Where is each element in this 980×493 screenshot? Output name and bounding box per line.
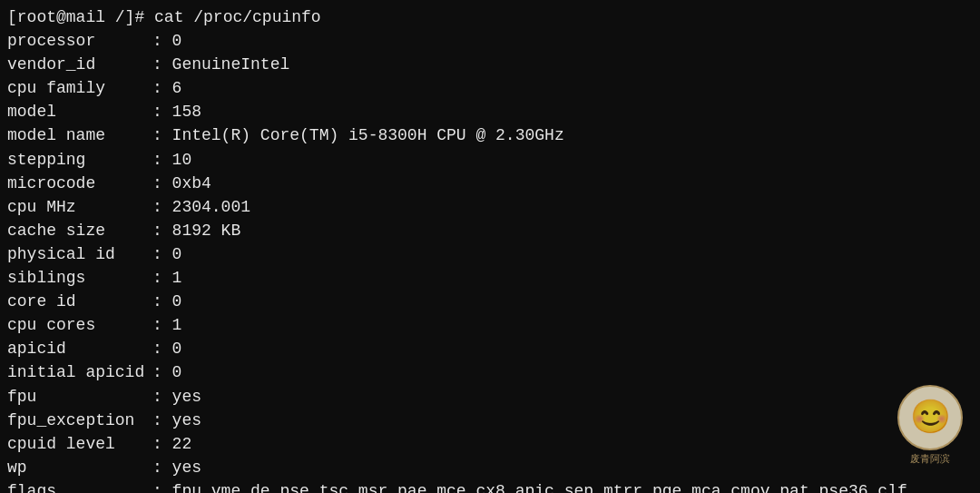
line-key: wp	[7, 456, 152, 479]
line-key: cache size	[7, 219, 152, 242]
line-value: yes	[172, 456, 201, 479]
line-sep: :	[152, 195, 172, 219]
line-sep: :	[152, 219, 172, 242]
terminal-line: stepping: 10	[7, 148, 973, 172]
line-sep: :	[152, 242, 172, 266]
line-sep: :	[152, 479, 172, 493]
line-sep: :	[152, 29, 172, 53]
line-value: 0	[172, 290, 182, 313]
line-sep: :	[152, 456, 172, 479]
line-value: 10	[172, 148, 192, 172]
line-key: processor	[7, 29, 152, 53]
line-sep: :	[152, 76, 172, 100]
terminal-line: cpuid level: 22	[7, 432, 973, 456]
line-key: flags	[7, 479, 152, 493]
line-sep: :	[152, 360, 172, 384]
line-value: 0xb4	[172, 172, 211, 195]
watermark-label: 废青阿滨	[910, 452, 950, 466]
terminal-line: cpu MHz: 2304.001	[7, 195, 973, 219]
terminal-line: vendor_id: GenuineIntel	[7, 53, 973, 76]
line-value: yes	[172, 385, 201, 409]
watermark: 😊 废青阿滨	[889, 384, 971, 466]
line-value: 158	[172, 100, 201, 123]
line-sep: :	[152, 432, 172, 456]
line-value: GenuineIntel	[172, 53, 290, 76]
line-sep: :	[152, 148, 172, 172]
terminal-line: cache size: 8192 KB	[7, 219, 973, 242]
line-sep: :	[152, 172, 172, 195]
line-key: siblings	[7, 266, 152, 290]
line-key: cpu MHz	[7, 195, 152, 219]
terminal-line: processor: 0	[7, 29, 973, 53]
line-value: 0	[172, 29, 182, 53]
line-value: 8192 KB	[172, 219, 241, 242]
line-key: apicid	[7, 337, 152, 360]
watermark-avatar: 😊	[897, 385, 963, 450]
line-key: core id	[7, 290, 152, 313]
line-key: cpu family	[7, 76, 152, 100]
line-value: Intel(R) Core(TM) i5-8300H CPU @ 2.30GHz	[172, 123, 564, 147]
line-value: yes	[172, 409, 201, 432]
line-sep: :	[152, 313, 172, 337]
line-sep: :	[152, 266, 172, 290]
line-key: model	[7, 100, 152, 123]
line-key: physical id	[7, 242, 152, 266]
terminal-line: apicid: 0	[7, 337, 973, 360]
line-value: 0	[172, 242, 182, 266]
line-value: 0	[172, 360, 182, 384]
watermark-face-icon: 😊	[910, 398, 951, 438]
line-sep: :	[152, 53, 172, 76]
line-value: 6	[172, 76, 182, 100]
line-key: stepping	[7, 148, 152, 172]
line-value: 22	[172, 432, 192, 456]
line-key: cpu cores	[7, 313, 152, 337]
line-sep: :	[152, 290, 172, 313]
terminal-line: physical id: 0	[7, 242, 973, 266]
line-value: fpu vme de pse tsc msr pae mce cx8 apic …	[172, 479, 907, 493]
line-sep: :	[152, 123, 172, 147]
line-value: 2304.001	[172, 195, 250, 219]
terminal-line: core id: 0	[7, 290, 973, 313]
terminal-line: flags: fpu vme de pse tsc msr pae mce cx…	[7, 479, 973, 493]
terminal-line: fpu: yes	[7, 385, 973, 409]
line-sep: :	[152, 100, 172, 123]
terminal-line: wp: yes	[7, 456, 973, 479]
line-value: 1	[172, 313, 182, 337]
terminal-window: [root@mail /]# cat /proc/cpuinfo process…	[0, 0, 980, 493]
terminal-line: model: 158	[7, 100, 973, 123]
line-sep: :	[152, 337, 172, 360]
line-key: fpu	[7, 385, 152, 409]
terminal-line: initial apicid: 0	[7, 360, 973, 384]
line-key: vendor_id	[7, 53, 152, 76]
line-key: microcode	[7, 172, 152, 195]
terminal-line: siblings: 1	[7, 266, 973, 290]
terminal-line: cpu cores: 1	[7, 313, 973, 337]
line-value: 1	[172, 266, 182, 290]
line-sep: :	[152, 385, 172, 409]
line-sep: :	[152, 409, 172, 432]
line-key: model name	[7, 123, 152, 147]
command-prompt-line: [root@mail /]# cat /proc/cpuinfo	[7, 5, 973, 29]
line-value: 0	[172, 337, 182, 360]
line-key: cpuid level	[7, 432, 152, 456]
terminal-line: microcode: 0xb4	[7, 172, 973, 195]
line-key: initial apicid	[7, 360, 152, 384]
terminal-line: fpu_exception: yes	[7, 409, 973, 432]
prompt-text: [root@mail /]# cat /proc/cpuinfo	[7, 5, 321, 29]
terminal-line: cpu family: 6	[7, 76, 973, 100]
terminal-line: model name: Intel(R) Core(TM) i5-8300H C…	[7, 123, 973, 147]
line-key: fpu_exception	[7, 409, 152, 432]
